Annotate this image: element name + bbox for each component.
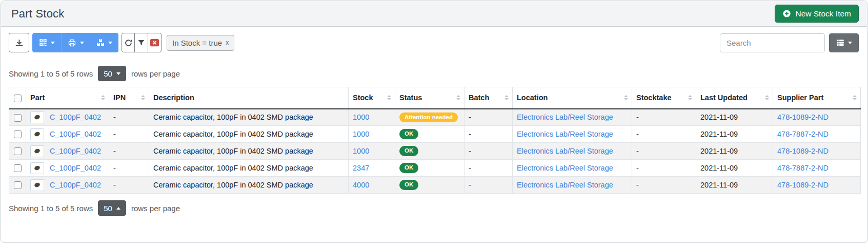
- location-link[interactable]: Electronics Lab/Reel Storage: [517, 113, 613, 121]
- row-checkbox[interactable]: [14, 164, 22, 172]
- boxes-icon: [96, 39, 105, 47]
- row-checkbox[interactable]: [14, 130, 22, 138]
- location-link[interactable]: Electronics Lab/Reel Storage: [517, 130, 613, 138]
- column-header-stocktake[interactable]: Stocktake: [632, 87, 696, 109]
- batch-value: -: [469, 164, 471, 172]
- table-header-row: Part IPN Description Stock Status Batch …: [9, 87, 861, 109]
- stock-quantity-link[interactable]: 1000: [353, 130, 369, 138]
- stock-quantity-link[interactable]: 1000: [353, 113, 369, 121]
- description-value: Ceramic capacitor, 100pF in 0402 SMD pac…: [153, 147, 313, 155]
- pagination-bottom: Showing 1 to 5 of 5 rows 50 rows per pag…: [9, 200, 859, 216]
- stock-actions-button[interactable]: [90, 33, 118, 52]
- column-header-supplier-part[interactable]: Supplier Part: [773, 87, 861, 109]
- ipn-value: -: [113, 130, 116, 138]
- table-row: C_100pF_0402 - Ceramic capacitor, 100pF …: [9, 143, 861, 160]
- page-title: Part Stock: [11, 7, 64, 21]
- filter-button[interactable]: [135, 33, 148, 52]
- status-badge: OK: [399, 180, 418, 190]
- column-header-last-updated[interactable]: Last Updated: [696, 87, 773, 109]
- location-link[interactable]: Electronics Lab/Reel Storage: [517, 181, 613, 189]
- sort-icon: [101, 95, 105, 100]
- part-link[interactable]: C_100pF_0402: [50, 130, 101, 138]
- supplier-part-link[interactable]: 478-7887-2-ND: [777, 130, 829, 138]
- status-badge: OK: [399, 129, 418, 139]
- supplier-part-link[interactable]: 478-1089-2-ND: [777, 181, 829, 189]
- select-all-header[interactable]: [9, 87, 26, 109]
- pagination-info: Showing 1 to 5 of 5 rows: [9, 69, 93, 78]
- stocktake-value: -: [636, 147, 639, 155]
- sort-icon: [624, 95, 628, 100]
- part-link[interactable]: C_100pF_0402: [50, 164, 101, 172]
- download-icon: [15, 39, 24, 47]
- print-actions-button[interactable]: [61, 33, 90, 52]
- page-size-dropdown[interactable]: 50: [98, 200, 126, 216]
- table-tools-group: [122, 33, 162, 52]
- chevron-up-icon: [116, 207, 120, 210]
- stock-quantity-link[interactable]: 1000: [353, 147, 369, 155]
- ipn-value: -: [113, 181, 116, 189]
- column-header-stock[interactable]: Stock: [349, 87, 395, 109]
- part-link[interactable]: C_100pF_0402: [50, 181, 101, 189]
- export-download-button[interactable]: [9, 33, 29, 52]
- last-updated-value: 2021-11-09: [700, 147, 738, 155]
- table-row: C_100pF_0402 - Ceramic capacitor, 100pF …: [9, 160, 861, 177]
- part-thumbnail: [30, 162, 44, 174]
- new-stock-item-button[interactable]: New Stock Item: [775, 5, 859, 23]
- filter-remove-icon: [150, 39, 159, 47]
- panel-body: In Stock = true x Showing 1 to 5 of 5 ro…: [1, 27, 867, 216]
- rows-per-page-label: rows per page: [131, 69, 180, 78]
- description-value: Ceramic capacitor, 100pF in 0402 SMD pac…: [153, 164, 313, 172]
- select-all-checkbox[interactable]: [14, 95, 22, 102]
- row-checkbox[interactable]: [14, 114, 22, 122]
- pagination-info: Showing 1 to 5 of 5 rows: [9, 204, 93, 213]
- part-link[interactable]: C_100pF_0402: [50, 147, 101, 155]
- blue-actions-group: [32, 33, 118, 52]
- batch-value: -: [469, 113, 471, 121]
- sort-icon: [688, 95, 692, 100]
- page-size-value: 50: [104, 204, 112, 213]
- part-thumbnail: [30, 179, 44, 191]
- column-header-description[interactable]: Description: [149, 87, 349, 109]
- refresh-button[interactable]: [122, 33, 135, 52]
- stock-table: Part IPN Description Stock Status Batch …: [9, 87, 861, 194]
- row-checkbox[interactable]: [14, 181, 22, 189]
- sort-icon: [141, 95, 145, 100]
- column-header-part[interactable]: Part: [26, 87, 109, 109]
- description-value: Ceramic capacitor, 100pF in 0402 SMD pac…: [153, 130, 313, 138]
- row-checkbox[interactable]: [14, 147, 22, 155]
- batch-value: -: [469, 147, 471, 155]
- search-input[interactable]: [720, 33, 825, 52]
- column-header-status[interactable]: Status: [395, 87, 465, 109]
- sort-icon: [853, 95, 857, 100]
- sort-icon: [387, 95, 391, 100]
- part-thumbnail: [30, 128, 44, 140]
- filter-chip[interactable]: In Stock = true x: [167, 35, 234, 51]
- barcode-actions-button[interactable]: [32, 33, 61, 52]
- list-icon: [836, 39, 844, 47]
- stock-quantity-link[interactable]: 2347: [353, 164, 369, 172]
- part-link[interactable]: C_100pF_0402: [50, 113, 101, 121]
- column-header-location[interactable]: Location: [513, 87, 632, 109]
- supplier-part-link[interactable]: 478-1089-2-ND: [777, 147, 829, 155]
- toolbar-right: [720, 33, 859, 52]
- supplier-part-link[interactable]: 478-7887-2-ND: [777, 164, 829, 172]
- chevron-down-icon: [848, 42, 852, 44]
- remove-filters-button[interactable]: [148, 33, 162, 52]
- columns-button[interactable]: [829, 33, 859, 52]
- filter-icon: [137, 39, 145, 47]
- filter-chip-label: In Stock = true: [172, 39, 222, 47]
- supplier-part-link[interactable]: 478-1089-2-ND: [777, 113, 829, 121]
- batch-value: -: [469, 181, 471, 189]
- batch-value: -: [469, 130, 471, 138]
- filter-chip-remove[interactable]: x: [226, 39, 229, 46]
- column-header-ipn[interactable]: IPN: [109, 87, 149, 109]
- page-size-dropdown[interactable]: 50: [98, 66, 126, 81]
- location-link[interactable]: Electronics Lab/Reel Storage: [517, 164, 613, 172]
- part-thumbnail: [30, 111, 44, 123]
- status-badge: Attention needed: [399, 112, 458, 123]
- location-link[interactable]: Electronics Lab/Reel Storage: [517, 147, 613, 155]
- stock-quantity-link[interactable]: 4000: [353, 181, 369, 189]
- panel-header: Part Stock New Stock Item: [1, 1, 867, 27]
- toolbar-left: In Stock = true x: [9, 33, 234, 52]
- column-header-batch[interactable]: Batch: [465, 87, 513, 109]
